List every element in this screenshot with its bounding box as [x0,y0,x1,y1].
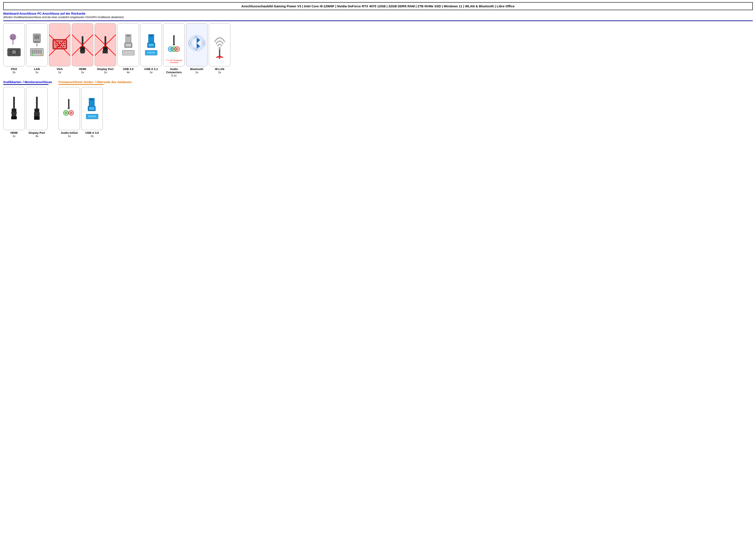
svg-point-5 [14,38,15,38]
connector-dp-gpu: Display Port 3x [26,87,48,138]
mainboard-section: Mainboard-Anschlüsse PC-Anschlüsse auf d… [3,12,753,77]
connector-usb30-front-box [81,87,103,130]
gpu-connectors-row: HDMI 1x [3,87,52,138]
svg-marker-47 [80,50,85,53]
connector-usb31-label: USB-A 3.1 1x [145,67,158,74]
svg-point-41 [56,46,58,47]
svg-point-36 [55,44,56,45]
svg-rect-60 [149,35,153,37]
svg-rect-98 [90,99,93,100]
ps2-cable-icon [8,33,20,46]
svg-rect-66 [173,35,175,44]
svg-point-96 [69,111,73,114]
svg-point-44 [63,46,64,47]
connector-audio-label: Audio Connectors 5.1x [163,67,185,77]
wlan-icon [212,30,228,60]
connector-dp-mb-box [94,23,116,66]
usb30-front-port-icon [85,114,99,119]
svg-rect-83 [12,116,16,119]
connector-dp-mb: Display Port 1x [94,23,116,77]
svg-point-13 [16,53,18,54]
svg-rect-79 [13,97,15,109]
connector-wlan-label: W-LAN 1x [215,67,224,74]
connector-hdmi-gpu: HDMI 1x [3,87,25,138]
hdmi-mb-cable-icon [79,36,86,53]
connector-usb31: USB-A 3.1 1x [140,23,162,77]
svg-point-2 [11,35,12,37]
mainboard-border [3,20,753,21]
svg-point-38 [60,44,61,45]
svg-point-67 [173,43,175,45]
svg-rect-18 [38,35,39,39]
connector-usb2: USB 2.0 4x [118,23,139,77]
lan-cable-icon [29,33,44,46]
usb31-port-icon [144,50,158,56]
connector-bluetooth-box [186,23,207,66]
svg-point-42 [59,46,60,47]
front-section: Frontanschlüsse Vorder- / Oberseite des … [58,80,753,141]
connector-audio-front-label: Audio In/Out 1x [61,131,78,138]
audio-note: *7.1 mit Frontpanel Anschluss [164,59,184,64]
connector-usb2-label: USB 2.0 4x [123,67,133,74]
connector-hdmi-gpu-label: HDMI 1x [10,131,17,138]
svg-rect-100 [89,107,94,110]
dp-gpu-icon [34,97,40,120]
svg-rect-46 [80,47,85,50]
svg-point-28 [40,54,42,55]
front-heading: Frontanschlüsse Vorder- / Oberseite des … [58,80,753,84]
connector-lan-box [26,23,48,66]
svg-rect-103 [88,115,96,117]
front-border [58,84,104,85]
connector-wlan-box [209,23,230,66]
usb31-plug-icon [144,34,158,48]
svg-rect-17 [36,35,38,39]
svg-rect-22 [32,50,33,54]
connector-hdmi-mb-label: HDMI 1x [79,67,86,74]
connector-usb2-box [118,23,139,66]
connector-vga-box [49,23,70,66]
svg-rect-65 [147,51,155,54]
svg-rect-91 [68,99,69,108]
svg-point-43 [61,46,62,47]
connector-usb30-front: USB-A 3.0 2x [81,87,103,138]
connector-lan: LAN 1x [26,23,48,77]
dp-mb-cable-icon [102,36,109,53]
svg-marker-81 [11,112,17,116]
mainboard-subtitle: (Monitor-/Grafikkartenanschlüsse sind be… [3,16,753,19]
gpu-border [3,84,48,85]
vga-cable-icon [52,38,68,51]
connector-audio-box: *7.1 mit Frontpanel Anschluss [163,23,185,66]
connector-bluetooth: Bluetooth 1x [186,23,207,77]
mainboard-heading: Mainboard-Anschlüsse PC-Anschlüsse auf d… [3,12,753,15]
bluetooth-icon [188,32,205,58]
svg-rect-23 [34,50,35,54]
svg-point-10 [10,50,12,51]
connector-audio-front: Audio In/Out 1x [58,87,80,138]
connector-audio: *7.1 mit Frontpanel Anschluss Audio Conn… [163,23,185,77]
ps2-port-icon [7,47,21,57]
svg-rect-19 [34,41,40,43]
front-connectors-row: Audio In/Out 1x [58,87,753,138]
audio-front-icon [62,99,77,118]
svg-point-35 [64,42,65,43]
svg-rect-25 [38,50,40,54]
connector-hdmi-mb: HDMI 1x [72,23,93,77]
usb30-front-plug-icon [85,98,99,112]
svg-rect-24 [36,50,38,54]
mainboard-connectors-row: PS/2 2x [3,23,753,77]
svg-point-39 [62,44,63,45]
svg-marker-50 [103,50,108,53]
usb2-plug-icon [121,34,135,48]
svg-rect-58 [124,51,133,54]
svg-point-37 [58,44,59,45]
svg-point-27 [32,54,33,55]
svg-rect-49 [103,47,108,50]
svg-point-4 [11,38,12,38]
svg-rect-53 [127,35,130,37]
connector-vga-label: VGA 1x [57,67,63,74]
svg-rect-26 [40,50,42,54]
lower-sections: Grafikkarten- / Monitoranschlüsse [3,80,753,141]
connector-vga: VGA 1x [49,23,70,77]
svg-point-92 [68,107,70,109]
svg-rect-55 [126,43,131,46]
